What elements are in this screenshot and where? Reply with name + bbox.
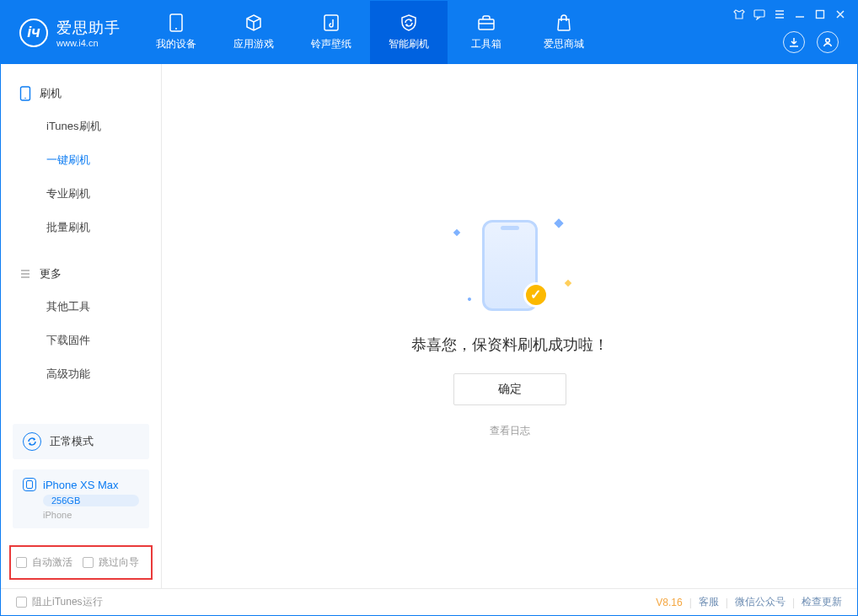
svg-point-6 (826, 39, 830, 43)
toolbox-icon (476, 13, 496, 32)
logo[interactable]: iч 爱思助手 www.i4.cn (1, 1, 137, 64)
bag-icon (554, 13, 574, 32)
logo-icon: iч (19, 19, 48, 47)
nav-store[interactable]: 爱思商城 (525, 1, 603, 64)
close-button[interactable] (834, 8, 847, 21)
separator: | (792, 597, 795, 608)
main-content: ✓ 恭喜您，保资料刷机成功啦！ 确定 查看日志 (162, 64, 857, 588)
svg-rect-9 (27, 481, 33, 489)
group-flash-header[interactable]: 刷机 (1, 79, 161, 110)
group-title: 刷机 (40, 86, 62, 101)
ok-button[interactable]: 确定 (453, 373, 566, 405)
account-button[interactable] (817, 31, 839, 53)
svg-rect-4 (754, 10, 764, 17)
group-title: 更多 (40, 266, 62, 281)
link-wechat[interactable]: 微信公众号 (735, 595, 786, 609)
separator: | (726, 597, 728, 608)
link-check-update[interactable]: 检查更新 (802, 595, 842, 609)
success-message: 恭喜您，保资料刷机成功啦！ (411, 335, 609, 355)
nav-label: 工具箱 (471, 37, 501, 51)
sidebar-item-advanced[interactable]: 高级功能 (46, 357, 161, 391)
download-button[interactable] (783, 31, 805, 53)
nav-label: 爱思商城 (544, 37, 584, 51)
minimize-button[interactable] (793, 8, 807, 21)
sidebar: 刷机 iTunes刷机 一键刷机 专业刷机 批量刷机 更多 其他工具 下载固件 … (1, 64, 162, 588)
top-nav: 我的设备 应用游戏 铃声壁纸 智能刷机 工具箱 爱思商城 (137, 1, 603, 64)
check-skip-guide[interactable]: 跳过向导 (83, 555, 139, 570)
group-more-header[interactable]: 更多 (1, 260, 161, 290)
app-name-cn: 爱思助手 (56, 18, 121, 38)
version-label: V8.16 (656, 597, 682, 608)
menu-icon[interactable] (773, 8, 786, 21)
svg-rect-2 (324, 15, 338, 30)
sparkle-icon (453, 228, 459, 235)
nav-toolbox[interactable]: 工具箱 (448, 1, 525, 64)
mode-label: 正常模式 (50, 434, 94, 449)
app-name-en: www.i4.cn (56, 38, 121, 48)
check-label: 跳过向导 (99, 555, 139, 570)
tshirt-icon[interactable] (732, 8, 746, 21)
sparkle-icon (467, 297, 472, 302)
sidebar-item-other-tools[interactable]: 其他工具 (46, 290, 161, 324)
separator: | (689, 597, 692, 608)
check-auto-activate[interactable]: 自动激活 (16, 555, 72, 570)
check-block-itunes[interactable]: 阻止iTunes运行 (16, 595, 103, 609)
svg-rect-3 (479, 19, 494, 29)
highlighted-checks: 自动激活 跳过向导 (9, 545, 153, 580)
nav-label: 智能刷机 (389, 37, 429, 51)
device-icon (23, 478, 36, 491)
logo-text: 爱思助手 www.i4.cn (56, 18, 121, 48)
success-panel: ✓ 恭喜您，保资料刷机成功啦！ 确定 查看日志 (411, 215, 609, 438)
link-support[interactable]: 客服 (699, 595, 719, 609)
svg-rect-5 (817, 11, 824, 19)
nav-apps-games[interactable]: 应用游戏 (215, 1, 292, 64)
sidebar-scroll: 刷机 iTunes刷机 一键刷机 专业刷机 批量刷机 更多 其他工具 下载固件 … (1, 64, 161, 424)
device-name: iPhone XS Max (43, 479, 119, 491)
storage-pill: 256GB (43, 495, 139, 506)
sparkle-icon (554, 218, 563, 228)
sidebar-item-oneclick-flash[interactable]: 一键刷机 (46, 143, 161, 177)
check-badge-icon: ✓ (523, 282, 549, 308)
footer-left: 阻止iTunes运行 (16, 595, 103, 609)
nav-label: 铃声壁纸 (311, 37, 351, 51)
footer: 阻止iTunes运行 V8.16 | 客服 | 微信公众号 | 检查更新 (1, 588, 857, 615)
app-window: { "app": { "name_cn": "爱思助手", "name_en":… (0, 0, 858, 616)
sidebar-item-download-firmware[interactable]: 下载固件 (46, 324, 161, 357)
refresh-shield-icon (399, 13, 419, 32)
nav-my-device[interactable]: 我的设备 (137, 1, 215, 64)
view-log-link[interactable]: 查看日志 (490, 424, 530, 438)
device-card[interactable]: iPhone XS Max 256GB iPhone (13, 469, 149, 528)
check-label: 阻止iTunes运行 (32, 595, 103, 609)
sidebar-item-batch-flash[interactable]: 批量刷机 (46, 211, 161, 244)
list-icon (19, 268, 31, 280)
maximize-button[interactable] (813, 8, 827, 21)
sparkle-icon (564, 279, 571, 286)
group-more-items: 其他工具 下载固件 高级功能 (1, 290, 161, 391)
group-flash-items: iTunes刷机 一键刷机 专业刷机 批量刷机 (1, 110, 161, 244)
mode-icon (23, 432, 41, 451)
header-action-icons (783, 31, 839, 53)
nav-ringtones[interactable]: 铃声壁纸 (292, 1, 370, 64)
checkbox-icon (83, 557, 94, 568)
mode-card[interactable]: 正常模式 (13, 424, 149, 459)
device-row: iPhone XS Max (23, 478, 139, 491)
checkbox-icon (16, 557, 27, 568)
sidebar-item-pro-flash[interactable]: 专业刷机 (46, 177, 161, 211)
feedback-icon[interactable] (753, 8, 766, 21)
phone-icon (19, 86, 31, 101)
nav-label: 应用游戏 (233, 37, 274, 51)
sidebar-item-itunes-flash[interactable]: iTunes刷机 (46, 110, 161, 143)
phone-illustration: ✓ (442, 215, 577, 316)
device-type: iPhone (43, 510, 139, 520)
nav-label: 我的设备 (156, 37, 196, 51)
header: iч 爱思助手 www.i4.cn 我的设备 应用游戏 铃声壁纸 智能刷机 (1, 1, 857, 64)
cube-icon (244, 13, 264, 32)
music-file-icon (321, 13, 341, 32)
device-icon (166, 13, 186, 32)
nav-smart-flash[interactable]: 智能刷机 (370, 1, 448, 64)
body: 刷机 iTunes刷机 一键刷机 专业刷机 批量刷机 更多 其他工具 下载固件 … (1, 64, 857, 588)
checkbox-icon (16, 597, 27, 608)
svg-point-8 (24, 98, 26, 99)
footer-right: V8.16 | 客服 | 微信公众号 | 检查更新 (656, 595, 842, 609)
check-label: 自动激活 (32, 555, 72, 570)
